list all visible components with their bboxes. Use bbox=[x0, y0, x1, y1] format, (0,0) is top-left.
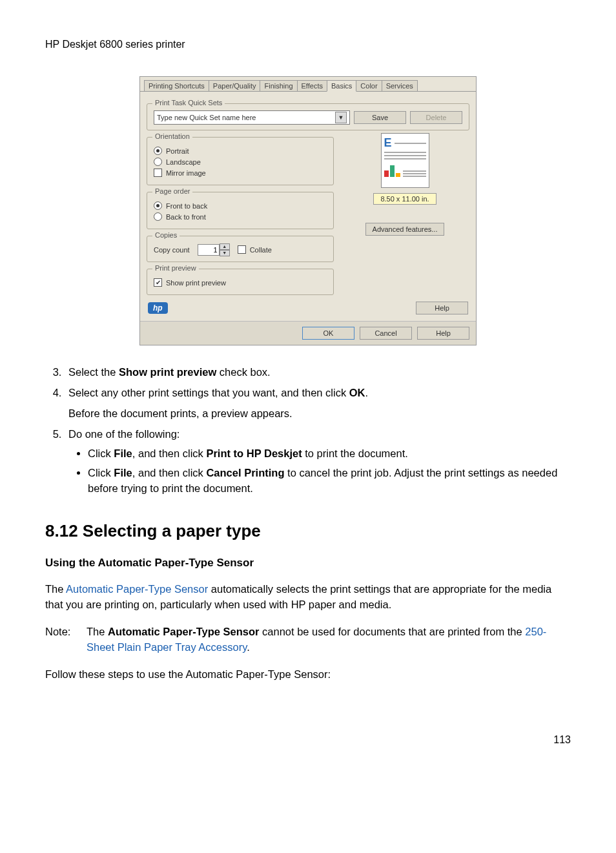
group-quick-sets-legend: Print Task Quick Sets bbox=[152, 99, 225, 107]
group-copies: Copies Copy count ▲ ▼ Collate bbox=[147, 236, 334, 262]
delete-button: Delete bbox=[410, 111, 462, 124]
tab-strip: Printing Shortcuts Paper/Quality Finishi… bbox=[140, 77, 476, 92]
tab-effects[interactable]: Effects bbox=[297, 80, 327, 91]
ok-button[interactable]: OK bbox=[302, 327, 354, 340]
step-5a: Click File, and then click Print to HP D… bbox=[88, 446, 571, 462]
dropdown-arrow-icon[interactable]: ▼ bbox=[335, 112, 347, 123]
radio-portrait[interactable]: Portrait bbox=[154, 147, 327, 155]
document-body: Select the Show print preview check box.… bbox=[45, 365, 571, 683]
save-button[interactable]: Save bbox=[354, 111, 406, 124]
step-4: Select any other print settings that you… bbox=[65, 385, 571, 422]
help-button[interactable]: Help bbox=[417, 327, 469, 340]
quick-set-combo-text: Type new Quick Set name here bbox=[157, 114, 256, 121]
checkbox-mirror-label: Mirror image bbox=[166, 169, 206, 177]
page-number: 113 bbox=[45, 734, 571, 746]
note-label: Note: bbox=[45, 624, 76, 655]
group-orientation: Orientation Portrait Landscape Mirror im… bbox=[147, 137, 334, 185]
group-quick-sets: Print Task Quick Sets Type new Quick Set… bbox=[147, 103, 469, 130]
spinner-up-icon[interactable]: ▲ bbox=[220, 243, 230, 250]
print-properties-dialog: Printing Shortcuts Paper/Quality Finishi… bbox=[139, 76, 477, 345]
quick-set-combo[interactable]: Type new Quick Set name here ▼ bbox=[154, 110, 350, 125]
group-page-order: Page order Front to back Back to front bbox=[147, 192, 334, 229]
note-block: Note: The Automatic Paper-Type Sensor ca… bbox=[45, 624, 571, 655]
tab-finishing[interactable]: Finishing bbox=[260, 80, 297, 91]
radio-landscape-label: Landscape bbox=[166, 158, 201, 166]
page-preview-thumbnail: E bbox=[381, 133, 429, 188]
checkbox-collate-label: Collate bbox=[250, 246, 272, 254]
note-text: The Automatic Paper-Type Sensor cannot b… bbox=[87, 624, 571, 655]
preview-letter-icon: E bbox=[384, 136, 392, 150]
cancel-button[interactable]: Cancel bbox=[360, 327, 412, 340]
copy-count-input[interactable] bbox=[198, 244, 220, 256]
tab-basics[interactable]: Basics bbox=[327, 80, 356, 92]
group-copies-legend: Copies bbox=[152, 231, 180, 239]
preview-chart-icon bbox=[384, 161, 400, 177]
radio-front-to-back[interactable]: Front to back bbox=[154, 201, 327, 210]
copy-count-spinner[interactable]: ▲ ▼ bbox=[198, 243, 230, 256]
radio-portrait-label: Portrait bbox=[166, 147, 189, 155]
step-4-sub: Before the document prints, a preview ap… bbox=[68, 406, 571, 422]
checkbox-show-preview[interactable]: ✔ Show print preview bbox=[154, 278, 327, 287]
group-print-preview-legend: Print preview bbox=[152, 264, 199, 272]
tab-color[interactable]: Color bbox=[356, 80, 382, 91]
advanced-features-button[interactable]: Advanced features... bbox=[365, 223, 445, 236]
paragraph-follow-steps: Follow these steps to use the Automatic … bbox=[45, 667, 571, 683]
link-auto-paper-sensor[interactable]: Automatic Paper-Type Sensor bbox=[66, 583, 208, 595]
tab-services[interactable]: Services bbox=[382, 80, 418, 91]
group-page-order-legend: Page order bbox=[152, 187, 192, 195]
step-3: Select the Show print preview check box. bbox=[65, 365, 571, 380]
page-header: HP Deskjet 6800 series printer bbox=[45, 39, 571, 50]
checkbox-show-preview-label: Show print preview bbox=[166, 279, 226, 287]
radio-front-label: Front to back bbox=[166, 202, 207, 210]
paper-size-label: 8.50 x 11.00 in. bbox=[373, 193, 436, 205]
paragraph-auto-sensor: The Automatic Paper-Type Sensor automati… bbox=[45, 582, 571, 613]
radio-back-label: Back to front bbox=[166, 213, 206, 221]
group-orientation-legend: Orientation bbox=[152, 132, 192, 140]
dialog-footer: OK Cancel Help bbox=[140, 321, 476, 345]
checkbox-collate[interactable]: Collate bbox=[238, 245, 272, 254]
section-heading: 8.12 Selecting a paper type bbox=[45, 519, 571, 544]
tab-printing-shortcuts[interactable]: Printing Shortcuts bbox=[144, 80, 209, 91]
help-button-inner[interactable]: Help bbox=[416, 302, 468, 314]
checkbox-mirror[interactable]: Mirror image bbox=[154, 169, 327, 177]
radio-landscape[interactable]: Landscape bbox=[154, 158, 327, 166]
spinner-down-icon[interactable]: ▼ bbox=[220, 250, 230, 256]
radio-back-to-front[interactable]: Back to front bbox=[154, 212, 327, 221]
subheading-auto-sensor: Using the Automatic Paper-Type Sensor bbox=[45, 555, 571, 571]
group-print-preview: Print preview ✔ Show print preview bbox=[147, 269, 334, 295]
copy-count-label: Copy count bbox=[154, 246, 190, 254]
tab-paper-quality[interactable]: Paper/Quality bbox=[209, 80, 261, 91]
step-5: Do one of the following: Click File, and… bbox=[65, 427, 571, 497]
step-5b: Click File, and then click Cancel Printi… bbox=[88, 466, 571, 497]
hp-logo-icon: hp bbox=[148, 302, 168, 314]
